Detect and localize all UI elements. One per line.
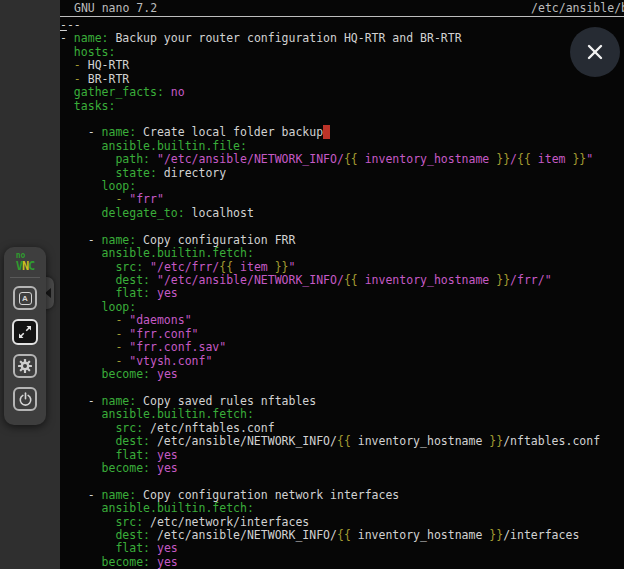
- code-line: loop:: [60, 301, 624, 314]
- settings-button[interactable]: [13, 354, 37, 378]
- code-line: - "vtysh.conf": [60, 355, 624, 368]
- nano-titlebar: GNU nano 7.2 /etc/ansible/b: [60, 0, 624, 17]
- code-line: dest: "/etc/ansible/NETWORK_INFO/{{ inve…: [60, 274, 624, 287]
- code-line: dest: /etc/ansible/NETWORK_INFO/{{ inven…: [60, 529, 624, 542]
- code-line: - name: Backup your router configuration…: [60, 32, 624, 45]
- code-line: [60, 113, 624, 126]
- code-line: loop:: [60, 180, 624, 193]
- code-line: - "frr": [60, 193, 624, 206]
- code-line: - "frr.conf": [60, 328, 624, 341]
- code-line: src: /etc/nftables.conf: [60, 422, 624, 435]
- fullscreen-expand-icon: [18, 325, 32, 339]
- power-button[interactable]: [13, 387, 37, 411]
- power-icon: [18, 392, 33, 407]
- terminal-window[interactable]: GNU nano 7.2 /etc/ansible/b ---- name: B…: [60, 0, 624, 569]
- code-line: - BR-RTR: [60, 73, 624, 86]
- code-line: - name: Copy configuration FRR: [60, 234, 624, 247]
- close-icon: [585, 42, 605, 62]
- code-line: ---: [60, 19, 624, 32]
- nano-filename: /etc/ansible/b: [531, 1, 624, 15]
- code-line: ansible.builtin.file:: [60, 140, 624, 153]
- code-line: state: directory: [60, 167, 624, 180]
- code-line: flat: yes: [60, 449, 624, 462]
- code-line: become: yes: [60, 462, 624, 475]
- code-line: - HQ-RTR: [60, 59, 624, 72]
- code-line: gather_facts: no: [60, 86, 624, 99]
- gear-icon: [17, 358, 33, 374]
- code-line: src: "/etc/frr/{{ item }}": [60, 261, 624, 274]
- code-line: [60, 475, 624, 488]
- fullscreen-button[interactable]: [12, 319, 38, 345]
- novnc-logo: no VNC: [16, 252, 35, 272]
- code-line: - name: Copy saved rules nftables: [60, 395, 624, 408]
- vnc-control-bar: no VNC A: [4, 247, 46, 425]
- code-line: become: yes: [60, 368, 624, 381]
- close-button[interactable]: [570, 27, 620, 77]
- code-line: ansible.builtin.fetch:: [60, 502, 624, 515]
- code-line: - "frr.conf.sav": [60, 341, 624, 354]
- code-area[interactable]: ---- name: Backup your router configurat…: [60, 19, 624, 569]
- code-line: [60, 381, 624, 394]
- code-line: flat: yes: [60, 287, 624, 300]
- code-line: ansible.builtin.fetch:: [60, 247, 624, 260]
- code-line: src: /etc/network/interfaces: [60, 516, 624, 529]
- code-line: flat: yes: [60, 542, 624, 555]
- extra-keys-button[interactable]: A: [13, 286, 37, 310]
- code-line: tasks:: [60, 100, 624, 113]
- nano-version: GNU nano 7.2: [60, 1, 157, 15]
- code-line: dest: /etc/ansible/NETWORK_INFO/{{ inven…: [60, 435, 624, 448]
- code-line: [60, 220, 624, 233]
- keyboard-a-icon: A: [19, 292, 32, 305]
- code-line: delegate_to: localhost: [60, 207, 624, 220]
- panel-divider: [10, 277, 40, 278]
- code-line: - name: Copy configuration network inter…: [60, 489, 624, 502]
- code-line: hosts:: [60, 46, 624, 59]
- code-line: - "daemons": [60, 314, 624, 327]
- code-line: ansible.builtin.fetch:: [60, 408, 624, 421]
- code-line: path: "/etc/ansible/NETWORK_INFO/{{ inve…: [60, 153, 624, 166]
- code-line: - name: Create local folder backup: [60, 126, 624, 139]
- code-line: become: yes: [60, 556, 624, 569]
